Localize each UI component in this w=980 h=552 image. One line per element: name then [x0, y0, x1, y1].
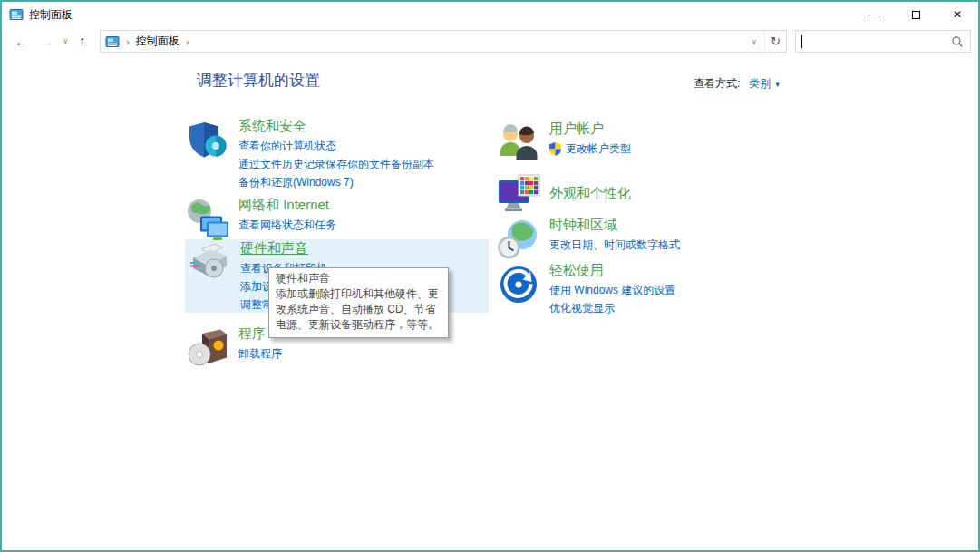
category-system-security: 系统和安全 查看你的计算机状态 通过文件历史记录保存你的文件备份副本 备份和还原… — [186, 117, 434, 191]
view-by-value[interactable]: 类别 — [749, 76, 771, 92]
uac-shield-icon — [549, 142, 561, 156]
view-by-control: 查看方式: 类别 ▾ — [694, 76, 780, 92]
link-change-date-time-formats[interactable]: 更改日期、时间或数字格式 — [549, 236, 680, 254]
search-icon — [951, 35, 964, 48]
category-title-appearance-personalization[interactable]: 外观和个性化 — [549, 184, 631, 202]
category-network-internet: 网络和 Internet 查看网络状态和任务 — [186, 196, 336, 241]
refresh-icon[interactable]: ↻ — [764, 31, 786, 52]
category-appearance-personalization: 外观和个性化 — [497, 170, 631, 218]
link-backup-restore-win7[interactable]: 备份和还原(Windows 7) — [238, 173, 434, 191]
hardware-sound-icon[interactable] — [188, 241, 231, 285]
appearance-personalization-icon[interactable] — [497, 172, 540, 216]
clock-region-icon[interactable] — [497, 218, 540, 261]
maximize-button[interactable] — [895, 2, 936, 27]
category-title-clock-region[interactable]: 时钟和区域 — [549, 216, 680, 234]
search-input[interactable] — [796, 31, 951, 52]
address-dropdown-icon[interactable]: ∨ — [743, 37, 764, 46]
back-icon[interactable]: ← — [15, 34, 28, 48]
network-internet-icon[interactable] — [186, 198, 229, 241]
text-caret — [801, 35, 802, 48]
view-by-dropdown-icon[interactable]: ▾ — [775, 80, 780, 89]
title-bar: 控制面板 ✕ — [2, 2, 978, 27]
link-label: 更改帐户类型 — [566, 140, 631, 158]
minimize-icon — [869, 15, 878, 15]
view-by-label: 查看方式: — [694, 76, 740, 92]
link-check-computer-status[interactable]: 查看你的计算机状态 — [238, 137, 434, 155]
category-title-system-security[interactable]: 系统和安全 — [238, 117, 434, 135]
category-title-ease-of-access[interactable]: 轻松使用 — [549, 261, 675, 279]
control-panel-icon — [9, 7, 24, 22]
link-uninstall-program[interactable]: 卸载程序 — [238, 344, 282, 363]
ease-of-access-icon[interactable] — [497, 263, 540, 306]
category-clock-region: 时钟和区域 更改日期、时间或数字格式 — [497, 216, 680, 261]
maximize-icon — [912, 11, 920, 19]
link-file-history-backup[interactable]: 通过文件历史记录保存你的文件备份副本 — [238, 155, 434, 173]
hardware-sound-tooltip: 硬件和声音 添加或删除打印机和其他硬件、更改系统声音、自动播放 CD、节省电源、… — [268, 267, 449, 338]
address-bar[interactable]: › 控制面板 › ∨ ↻ — [100, 30, 787, 53]
category-ease-of-access: 轻松使用 使用 Windows 建议的设置 优化视觉显示 — [497, 261, 675, 317]
close-icon: ✕ — [953, 8, 962, 21]
breadcrumb-separator-icon: › — [126, 36, 130, 47]
category-title-hardware-sound[interactable]: 硬件和声音 — [240, 239, 327, 257]
programs-icon[interactable] — [186, 326, 229, 370]
category-user-accounts: 用户帐户 更改帐户类型 — [497, 120, 631, 165]
navigation-bar: ← → ∨ ↑ › 控制面板 › ∨ ↻ — [2, 27, 978, 54]
user-accounts-icon[interactable] — [497, 121, 540, 165]
forward-icon[interactable]: → — [40, 34, 53, 48]
link-optimize-visual-display[interactable]: 优化视觉显示 — [549, 299, 675, 317]
minimize-button[interactable] — [853, 2, 895, 27]
link-view-network-status[interactable]: 查看网络状态和任务 — [238, 216, 336, 234]
system-security-icon[interactable] — [186, 119, 229, 162]
tooltip-body: 添加或删除打印机和其他硬件、更改系统声音、自动播放 CD、节省电源、更新设备驱动… — [276, 286, 441, 333]
page-title: 调整计算机的设置 — [197, 70, 320, 91]
category-title-network-internet[interactable]: 网络和 Internet — [238, 196, 336, 214]
window-border — [0, 0, 980, 552]
recent-pages-chevron-icon[interactable]: ∨ — [63, 37, 69, 45]
category-title-user-accounts[interactable]: 用户帐户 — [549, 120, 631, 138]
up-icon[interactable]: ↑ — [79, 34, 86, 47]
search-box[interactable] — [795, 30, 971, 53]
link-change-account-type[interactable]: 更改帐户类型 — [549, 140, 631, 158]
close-button[interactable]: ✕ — [936, 2, 978, 27]
window-title: 控制面板 — [29, 7, 73, 23]
breadcrumb-separator-icon[interactable]: › — [186, 36, 189, 47]
breadcrumb-control-panel[interactable]: 控制面板 — [136, 34, 180, 49]
control-panel-icon — [105, 34, 120, 49]
link-suggested-settings[interactable]: 使用 Windows 建议的设置 — [549, 281, 675, 299]
tooltip-title: 硬件和声音 — [276, 271, 441, 286]
